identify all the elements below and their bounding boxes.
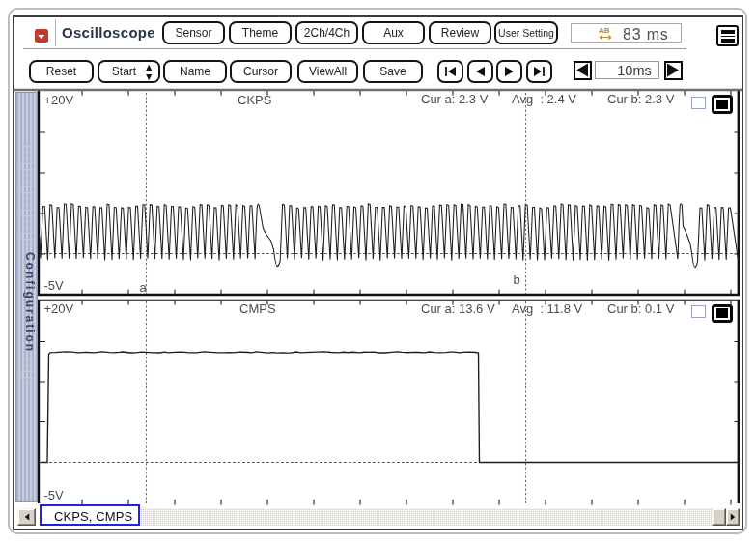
svg-text:AB: AB xyxy=(599,26,610,35)
